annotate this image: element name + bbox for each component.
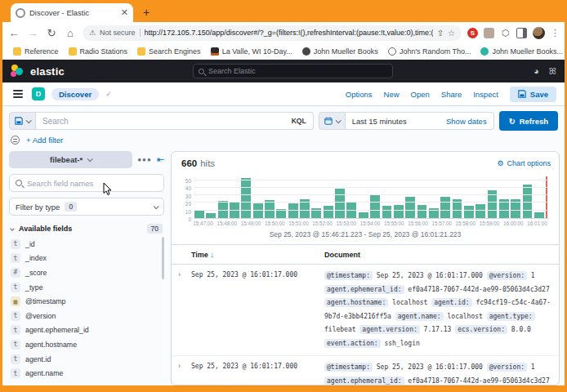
time-column-header[interactable]: Time ↓ bbox=[191, 251, 324, 259]
action-new[interactable]: New bbox=[384, 90, 400, 99]
chevron-down-icon[interactable] bbox=[10, 226, 15, 231]
action-open[interactable]: Open bbox=[411, 90, 430, 99]
bookmark-item[interactable]: Search Engines bbox=[133, 47, 205, 56]
field-item-agent.ephemeral_id[interactable]: tagent.ephemeral_id bbox=[11, 323, 164, 338]
sidebar-options-icon[interactable]: ●●● bbox=[137, 156, 152, 163]
histogram-bar[interactable] bbox=[440, 197, 450, 218]
text-field-icon: t bbox=[11, 283, 20, 292]
action-options[interactable]: Options bbox=[346, 90, 373, 99]
tab-title: Discover - Elastic bbox=[29, 8, 117, 17]
histogram-bar[interactable] bbox=[335, 189, 345, 218]
histogram-bar[interactable] bbox=[194, 210, 204, 218]
extensions-puzzle-icon[interactable]: ⬡ bbox=[500, 28, 511, 38]
browser-menu-icon[interactable]: ⋮ bbox=[551, 28, 560, 38]
x-tick: 16:01:00 bbox=[525, 220, 549, 226]
chart-options-label: Chart options bbox=[507, 159, 551, 167]
field-item-agent.name[interactable]: tagent.name bbox=[11, 366, 164, 381]
tab-close-icon[interactable]: ✕ bbox=[121, 7, 128, 18]
time-range-display[interactable]: Last 15 minutes Show dates bbox=[346, 112, 494, 130]
add-filter-button[interactable]: + Add filter bbox=[26, 136, 63, 145]
refresh-button[interactable]: ↻ Refresh bbox=[499, 111, 558, 131]
collapse-sidebar-icon[interactable]: ⇤ bbox=[157, 154, 164, 165]
doc-field-name: agent.version: bbox=[359, 325, 419, 334]
histogram-bar[interactable] bbox=[405, 197, 415, 218]
share-icon[interactable]: ⇪ bbox=[437, 29, 444, 38]
saved-query-menu-button[interactable] bbox=[9, 112, 36, 130]
global-search-input[interactable]: Search Elastic bbox=[193, 64, 393, 78]
query-language-button[interactable]: KQL bbox=[292, 117, 306, 125]
field-item-_id[interactable]: t_id bbox=[11, 237, 164, 252]
screenshot-extension-icon[interactable] bbox=[484, 28, 494, 38]
kibana-app-body: Search KQL Last 15 minutes Show dates ↻ … bbox=[2, 106, 565, 385]
action-share[interactable]: Share bbox=[441, 90, 462, 99]
home-icon[interactable]: ⌂ bbox=[64, 27, 77, 39]
field-search-input[interactable]: Search field names bbox=[9, 174, 164, 192]
histogram-bar[interactable] bbox=[382, 206, 392, 218]
histogram-bar[interactable] bbox=[359, 212, 368, 218]
expand-row-icon[interactable]: › bbox=[178, 270, 191, 350]
filter-count-badge: 0 bbox=[65, 202, 77, 212]
field-name: _id bbox=[25, 240, 35, 248]
histogram-bar[interactable] bbox=[346, 203, 356, 218]
browser-toolbar: ← → ↻ ⌂ ⚠ Not secure http://172.105.7.15… bbox=[2, 22, 565, 43]
show-dates-link[interactable]: Show dates bbox=[446, 117, 487, 126]
histogram-bar[interactable] bbox=[206, 213, 216, 218]
filter-by-type-select[interactable]: Filter by type 0 bbox=[9, 198, 164, 216]
histogram-bar[interactable] bbox=[475, 204, 485, 218]
field-item-@timestamp[interactable]: ▦@timestamp bbox=[11, 294, 164, 309]
histogram-bar[interactable] bbox=[253, 203, 263, 218]
bookmark-item[interactable]: John Mueller Books bbox=[298, 47, 382, 56]
doc-field-name: ecs.version: bbox=[455, 325, 507, 334]
field-item-agent.hostname[interactable]: tagent.hostname bbox=[11, 337, 164, 352]
histogram-bar[interactable] bbox=[288, 203, 298, 218]
browser-tab[interactable]: Discover - Elastic ✕ bbox=[11, 3, 133, 22]
profile-avatar[interactable] bbox=[533, 27, 545, 39]
adblock-extension-icon[interactable]: S bbox=[467, 28, 478, 38]
save-button[interactable]: Save bbox=[510, 87, 556, 102]
histogram-bar[interactable] bbox=[241, 178, 251, 218]
doc-field-name: agent.name: bbox=[395, 312, 444, 321]
hamburger-menu-icon[interactable] bbox=[11, 87, 25, 100]
calendar-field-icon: ▦ bbox=[11, 296, 20, 306]
side-panel-icon[interactable] bbox=[516, 28, 527, 38]
date-picker-menu-button[interactable] bbox=[319, 112, 346, 130]
query-input[interactable]: Search KQL bbox=[36, 112, 314, 130]
breadcrumb-discover[interactable]: Discover bbox=[51, 88, 99, 100]
table-header: Time ↓ Document bbox=[172, 245, 559, 265]
field-item-agent.id[interactable]: tagent.id bbox=[11, 352, 164, 367]
help-icon[interactable]: ◕ bbox=[534, 66, 539, 76]
histogram-bar[interactable] bbox=[370, 195, 380, 218]
filter-icon[interactable] bbox=[11, 136, 20, 145]
field-item-_index[interactable]: t_index bbox=[11, 252, 164, 266]
bookmark-item[interactable]: La Valle, WI 10-Day... bbox=[207, 47, 297, 56]
document-table-body: ›Sep 25, 2023 @ 16:01:17.000@timestamp: … bbox=[172, 265, 559, 385]
new-tab-button[interactable]: + bbox=[138, 4, 154, 20]
field-item-_score[interactable]: #_score bbox=[11, 265, 164, 280]
field-item-_type[interactable]: t_type bbox=[11, 280, 164, 295]
expand-row-icon[interactable]: › bbox=[178, 361, 191, 385]
bookmark-item[interactable]: John's Random Tho... bbox=[384, 47, 475, 56]
index-pattern-select[interactable]: filebeat-* bbox=[9, 151, 132, 168]
bookmark-item[interactable]: Radio Stations bbox=[65, 47, 132, 56]
histogram-bar[interactable] bbox=[464, 206, 474, 218]
action-inspect[interactable]: Inspect bbox=[473, 90, 498, 99]
bookmark-star-icon[interactable]: ☆ bbox=[448, 29, 455, 38]
forward-icon[interactable]: → bbox=[26, 27, 39, 39]
histogram-bar[interactable] bbox=[534, 212, 544, 218]
histogram-bar[interactable] bbox=[417, 205, 427, 218]
field-item-@version[interactable]: t@version bbox=[11, 309, 164, 323]
space-badge[interactable]: D bbox=[32, 87, 45, 100]
histogram-bar[interactable] bbox=[324, 206, 333, 218]
histogram-bar[interactable] bbox=[230, 203, 239, 218]
chart-options-button[interactable]: ⚙ Chart options bbox=[497, 159, 551, 167]
bookmark-item[interactable]: Reference bbox=[9, 47, 63, 56]
sidebar-scrollbar[interactable] bbox=[162, 237, 164, 279]
bookmark-item[interactable]: John Mueller Books... bbox=[476, 47, 567, 56]
histogram-bar[interactable] bbox=[394, 205, 404, 218]
reload-icon[interactable]: ↻ bbox=[45, 27, 58, 39]
wp-icon bbox=[302, 47, 310, 56]
address-bar[interactable]: ⚠ Not secure http://172.105.7.150/app/di… bbox=[83, 25, 462, 41]
user-menu-icon[interactable]: ꕤ bbox=[549, 66, 556, 77]
back-icon[interactable]: ← bbox=[7, 27, 20, 39]
bookmark-label: Radio Stations bbox=[80, 47, 128, 56]
